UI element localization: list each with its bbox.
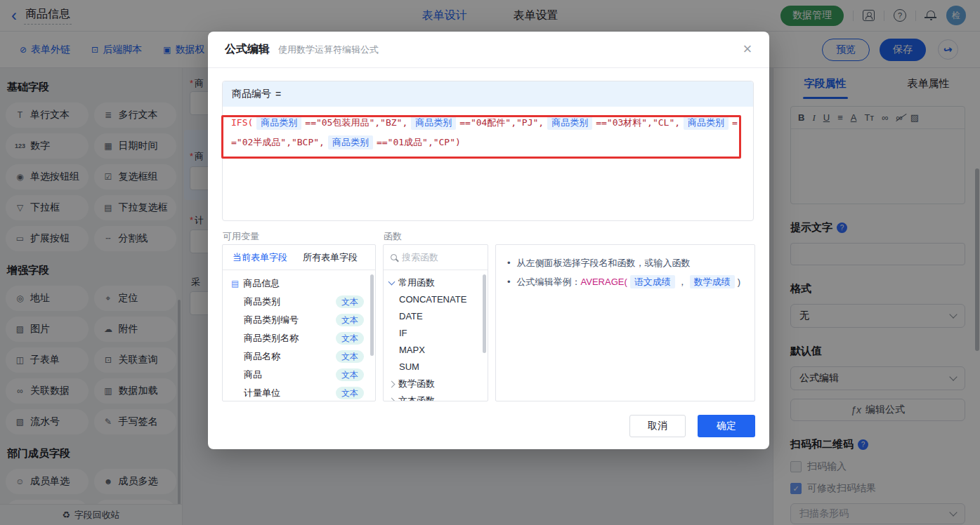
variables-scrollbar[interactable] <box>370 274 374 356</box>
functions-label: 函数 <box>384 230 402 243</box>
group-label: 文本函数 <box>398 394 435 401</box>
tip-line: • 从左侧面板选择字段名和函数，或输入函数 <box>507 253 743 272</box>
field-chip: 商品类别 <box>411 116 456 130</box>
tab-current-form-fields[interactable]: 当前表单字段 <box>233 251 287 264</box>
field-chip: 商品类别 <box>547 116 592 130</box>
field-chip: 商品类别 <box>256 116 301 130</box>
close-icon[interactable]: × <box>737 39 758 60</box>
type-badge: 文本 <box>336 295 364 308</box>
formula-token: =="03材料","CL", <box>596 117 680 128</box>
modal-header: 公式编辑 使用数学运算符编辑公式 <box>208 32 769 68</box>
tree-root-form[interactable]: ▤ 商品信息 <box>223 274 375 293</box>
function-group-common[interactable]: 常用函数 <box>384 274 488 291</box>
function-search-input[interactable] <box>402 252 466 262</box>
form-name: 商品信息 <box>243 277 280 290</box>
function-item-if[interactable]: IF <box>384 325 488 342</box>
function-item-mapx[interactable]: MAPX <box>384 342 488 359</box>
function-item-sum[interactable]: SUM <box>384 359 488 376</box>
variable-item[interactable]: 商品类别名称文本 <box>223 329 375 347</box>
variable-item[interactable]: 商品文本 <box>223 366 375 384</box>
formula-token: =="01成品","CP") <box>377 137 461 147</box>
formula-content[interactable]: IFS(商品类别=="05包装用品","BZ",商品类别=="04配件","PJ… <box>223 107 753 159</box>
function-item-concatenate[interactable]: CONCATENATE <box>384 291 488 308</box>
example-field-chip: 语文成绩 <box>630 275 675 288</box>
tip-example: 公式编辑举例：AVERAGE(语文成绩，数学成绩) <box>517 272 741 291</box>
variables-tabs: 当前表单字段 所有表单字段 <box>223 245 375 270</box>
formula-token: =="05包装用品","BZ", <box>305 117 407 128</box>
variable-item[interactable]: 商品类别编号文本 <box>223 311 375 329</box>
variable-item[interactable]: 商品名称文本 <box>223 347 375 366</box>
variable-item[interactable]: 商品类别文本 <box>223 293 375 311</box>
search-icon <box>391 254 397 260</box>
type-badge: 文本 <box>336 387 364 399</box>
cancel-button[interactable]: 取消 <box>629 415 686 437</box>
function-group-math[interactable]: 数学函数 <box>384 376 488 392</box>
functions-tree: 常用函数 CONCATENATE DATE IF MAPX SUM 数学函数 文… <box>384 270 488 401</box>
bullet-icon: • <box>507 272 511 291</box>
function-item-date[interactable]: DATE <box>384 308 488 325</box>
group-label: 常用函数 <box>398 277 435 289</box>
document-icon: ▤ <box>231 279 239 288</box>
field-chip: 商品类别 <box>328 135 373 149</box>
modal-subtitle: 使用数学运算符编辑公式 <box>278 44 379 56</box>
variables-panel: 当前表单字段 所有表单字段 ▤ 商品信息 商品类别文本 商品类别编号文本 商品类… <box>222 244 376 401</box>
target-field-name: 商品编号 <box>232 88 271 100</box>
formula-token: IFS( <box>231 117 253 128</box>
variable-item[interactable]: 计量单位文本 <box>223 384 375 401</box>
formula-editor-modal: 公式编辑 使用数学运算符编辑公式 × 商品编号 = IFS(商品类别=="05包… <box>208 32 769 449</box>
field-chip: 商品类别 <box>684 116 729 130</box>
tab-all-form-fields[interactable]: 所有表单字段 <box>303 251 358 264</box>
group-label: 数学函数 <box>398 378 435 390</box>
variables-label: 可用变量 <box>223 230 259 243</box>
tips-panel: • 从左侧面板选择字段名和函数，或输入函数 • 公式编辑举例：AVERAGE(语… <box>495 244 755 401</box>
confirm-button[interactable]: 确定 <box>698 415 755 437</box>
function-search <box>384 245 488 270</box>
type-badge: 文本 <box>336 350 364 363</box>
tip-text: 从左侧面板选择字段名和函数，或输入函数 <box>517 253 691 272</box>
equals-sign: = <box>275 88 281 100</box>
function-group-text[interactable]: 文本函数 <box>384 392 488 401</box>
variables-tree: ▤ 商品信息 商品类别文本 商品类别编号文本 商品类别名称文本 商品名称文本 商… <box>223 270 375 401</box>
formula-input-box[interactable]: 商品编号 = IFS(商品类别=="05包装用品","BZ",商品类别=="04… <box>222 81 754 221</box>
chevron-right-icon <box>388 380 396 387</box>
functions-scrollbar[interactable] <box>483 274 486 353</box>
chevron-down-icon <box>388 278 396 285</box>
bullet-icon: • <box>507 253 511 272</box>
type-badge: 文本 <box>336 332 364 345</box>
chevron-right-icon <box>388 397 396 401</box>
type-badge: 文本 <box>336 368 364 381</box>
example-function: AVERAGE( <box>581 277 627 287</box>
functions-panel: 常用函数 CONCATENATE DATE IF MAPX SUM 数学函数 文… <box>383 244 488 401</box>
example-field-chip: 数学成绩 <box>690 275 735 288</box>
tip-line-example: • 公式编辑举例：AVERAGE(语文成绩，数学成绩) <box>507 272 743 291</box>
formula-token: =="04配件","PJ", <box>459 117 544 128</box>
formula-target-bar: 商品编号 = <box>223 81 753 107</box>
modal-title: 公式编辑 <box>225 42 270 57</box>
type-badge: 文本 <box>336 314 364 326</box>
